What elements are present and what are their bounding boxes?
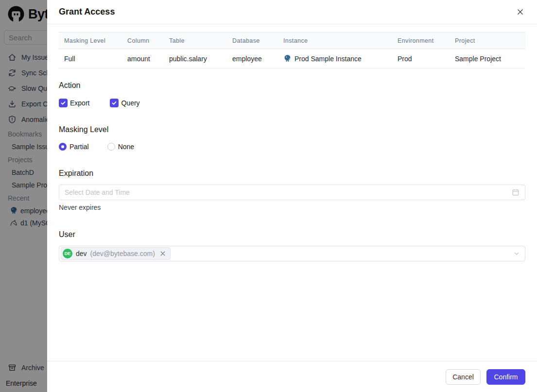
- col-header-instance: Instance: [283, 33, 398, 49]
- col-header-database: Database: [232, 33, 283, 49]
- col-header-table: Table: [169, 33, 232, 49]
- none-radio[interactable]: [107, 143, 115, 151]
- check-icon: [60, 100, 66, 106]
- partial-radio[interactable]: [59, 143, 67, 151]
- user-section-label: User: [59, 230, 525, 239]
- expiration-date-field[interactable]: [65, 188, 512, 196]
- table-row: Full amount public.salary employee Prod …: [59, 49, 525, 68]
- masking-level-options: Partial None: [59, 143, 525, 151]
- check-icon: [111, 100, 117, 106]
- col-header-masking-level: Masking Level: [59, 33, 127, 49]
- expiration-hint: Never expires: [59, 204, 525, 211]
- expiration-section-label: Expiration: [59, 169, 525, 178]
- cell-column: amount: [127, 49, 169, 68]
- modal-header: Grant Access: [47, 0, 537, 24]
- export-checkbox-label[interactable]: Export: [70, 99, 89, 107]
- query-checkbox-label[interactable]: Query: [121, 99, 139, 107]
- modal-footer: Cancel Confirm: [47, 361, 537, 392]
- user-select[interactable]: DE dev (dev@bytebase.com): [59, 246, 525, 261]
- user-email: (dev@bytebase.com): [90, 250, 155, 257]
- col-header-column: Column: [127, 33, 169, 49]
- action-options: Export Query: [59, 99, 525, 107]
- instance-name: Prod Sample Instance: [294, 55, 362, 63]
- cell-table: public.salary: [169, 49, 232, 68]
- calendar-icon: [512, 188, 520, 196]
- user-avatar: DE: [63, 249, 72, 258]
- cell-masking-level: Full: [59, 49, 127, 68]
- table-header-row: Masking Level Column Table Database Inst…: [59, 33, 525, 49]
- chevron-down-icon[interactable]: [513, 250, 520, 257]
- cell-database: employee: [232, 49, 283, 68]
- user-tag: DE dev (dev@bytebase.com): [61, 247, 171, 260]
- cell-project: Sample Project: [455, 49, 525, 68]
- remove-user-icon[interactable]: [159, 250, 166, 257]
- close-icon[interactable]: [515, 7, 525, 17]
- col-header-environment: Environment: [398, 33, 455, 49]
- masked-columns-table: Masking Level Column Table Database Inst…: [59, 32, 525, 68]
- partial-radio-label[interactable]: Partial: [69, 143, 89, 151]
- cancel-button[interactable]: Cancel: [446, 369, 481, 385]
- cell-environment: Prod: [398, 49, 455, 68]
- cell-instance: Prod Sample Instance: [283, 49, 398, 68]
- postgres-icon: [283, 54, 292, 63]
- grant-access-modal: Grant Access Masking Level Column Table …: [47, 0, 537, 392]
- user-name: dev: [76, 250, 87, 257]
- none-radio-label[interactable]: None: [118, 143, 134, 151]
- expiration-date-input[interactable]: [59, 185, 525, 200]
- action-section-label: Action: [59, 81, 525, 90]
- masking-level-section-label: Masking Level: [59, 125, 525, 134]
- export-checkbox[interactable]: [59, 99, 68, 107]
- modal-body: Masking Level Column Table Database Inst…: [47, 24, 537, 361]
- confirm-button[interactable]: Confirm: [486, 369, 525, 385]
- col-header-project: Project: [455, 33, 525, 49]
- modal-title: Grant Access: [59, 7, 115, 17]
- query-checkbox[interactable]: [110, 99, 119, 107]
